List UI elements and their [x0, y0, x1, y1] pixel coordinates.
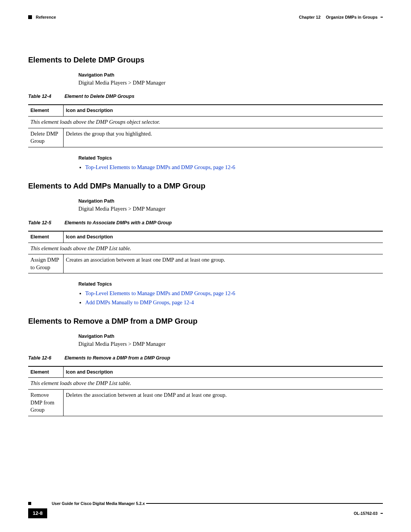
nav-path-label: Navigation Path	[78, 333, 383, 340]
table-number: Table 12-4	[28, 93, 63, 100]
table-number: Table 12-6	[28, 355, 63, 361]
table-caption-text: Elements to Remove a DMP from a DMP Grou…	[64, 355, 170, 361]
related-topics-label: Related Topics	[78, 281, 383, 288]
nav-path-label: Navigation Path	[78, 198, 383, 204]
related-topics-label: Related Topics	[78, 155, 383, 161]
element-table: Element Icon and Description This elemen…	[28, 366, 383, 416]
section-title: Elements to Add DMPs Manually to a DMP G…	[28, 181, 383, 191]
cell-desc: Deletes the association between at least…	[64, 389, 383, 416]
doc-id: OL-15762-03	[354, 511, 378, 516]
related-link[interactable]: Top-Level Elements to Manage DMPs and DM…	[85, 290, 235, 296]
header-left-label: Reference	[36, 14, 56, 20]
page-footer: User Guide for Cisco Digital Media Manag…	[28, 501, 383, 518]
table-note: This element loads above the DMP List ta…	[28, 243, 383, 254]
th-element: Element	[28, 105, 64, 116]
section-title: Elements to Delete DMP Groups	[28, 55, 383, 65]
table-number: Table 12-5	[28, 220, 63, 226]
page-number: 12-8	[28, 508, 47, 518]
related-topics-list: Top-Level Elements to Manage DMPs and DM…	[78, 290, 383, 306]
table-caption: Table 12-5 Elements to Associate DMPs wi…	[28, 220, 383, 226]
table-caption-text: Element to Delete DMP Groups	[64, 94, 134, 99]
cell-element: Remove DMP from Group	[28, 389, 64, 416]
cell-desc: Creates an association between at least …	[64, 254, 383, 273]
table-caption: Table 12-4 Element to Delete DMP Groups	[28, 93, 383, 100]
element-table: Element Icon and Description This elemen…	[28, 231, 383, 274]
running-header: Reference Chapter 12 Organize DMPs in Gr…	[28, 14, 383, 20]
th-icon-desc: Icon and Description	[64, 105, 383, 116]
element-table: Element Icon and Description This elemen…	[28, 104, 383, 147]
header-chapter-title: Organize DMPs in Groups	[326, 14, 378, 20]
table-caption: Table 12-6 Elements to Remove a DMP from…	[28, 355, 383, 361]
related-topics-list: Top-Level Elements to Manage DMPs and DM…	[78, 164, 383, 171]
section-title: Elements to Remove a DMP from a DMP Grou…	[28, 316, 383, 326]
page-content: Elements to Delete DMP Groups Navigation…	[28, 14, 383, 416]
header-marker-icon	[28, 15, 32, 19]
footer-marker-icon	[28, 502, 31, 505]
nav-path-text: Digital Media Players > DMP Manager	[78, 340, 383, 348]
table-note: This element loads above the DMP Groups …	[28, 117, 383, 128]
nav-path-text: Digital Media Players > DMP Manager	[78, 79, 383, 87]
nav-path-text: Digital Media Players > DMP Manager	[78, 205, 383, 213]
th-element: Element	[28, 366, 64, 378]
th-icon-desc: Icon and Description	[64, 366, 383, 378]
th-element: Element	[28, 231, 64, 243]
footer-book-title: User Guide for Cisco Digital Media Manag…	[52, 501, 145, 506]
header-chapter-label: Chapter 12	[299, 14, 320, 20]
nav-path-label: Navigation Path	[78, 72, 383, 78]
cell-element: Delete DMP Group	[28, 128, 64, 147]
cell-element: Assign DMP to Group	[28, 254, 64, 273]
cell-desc: Deletes the group that you highlighted.	[64, 128, 383, 147]
related-link[interactable]: Top-Level Elements to Manage DMPs and DM…	[85, 164, 235, 170]
th-icon-desc: Icon and Description	[64, 231, 383, 243]
table-note: This element loads above the DMP List ta…	[28, 378, 383, 390]
related-link[interactable]: Add DMPs Manually to DMP Groups, page 12…	[85, 299, 194, 305]
table-caption-text: Elements to Associate DMPs with a DMP Gr…	[64, 220, 172, 225]
